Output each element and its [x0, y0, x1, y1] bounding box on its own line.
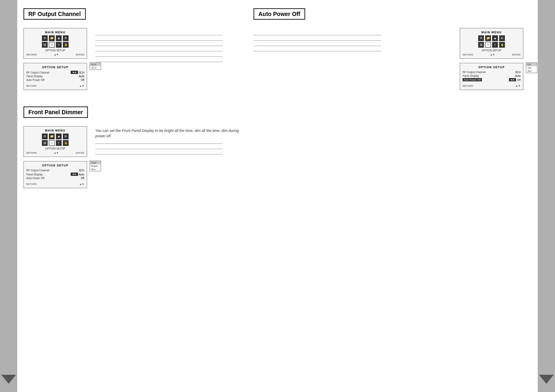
fp-os-row-panel: Panel Display ◄► Auto Auto Bright Dim	[26, 173, 84, 176]
nav-row: RETURN ▲▼ ENTER	[26, 53, 84, 56]
fp-icon8: 🔒	[63, 140, 69, 146]
fp-rf-val: 3CH	[79, 169, 84, 172]
fp-instruction: You can set the Front Panel Display to b…	[95, 128, 241, 138]
auto-power-label: Auto Power Off	[26, 78, 44, 81]
fp-bright: Bright	[90, 164, 101, 168]
divider6	[95, 62, 223, 62]
os-row-panel: Panel Display Auto	[26, 75, 84, 78]
nav-arrows: ▲▼	[54, 53, 59, 56]
ap-1hr: 1Hr	[526, 66, 537, 69]
ap-icon4: ⊞	[499, 35, 505, 41]
ap-dropdown: Off 1Hr 2Hr	[526, 62, 537, 73]
rf-option-setup-screen: OPTION SETUP RF Output Channel ◄► 3CH 3C…	[23, 63, 87, 90]
rf-4ch: 4CH	[90, 66, 101, 69]
fp-os-row-rf: RF Output Channel 3CH	[26, 169, 84, 172]
front-panel-content: MAIN MENU ⚙ 📁 ■ ⊞ ▤ ? T 🔒	[23, 126, 241, 192]
ap-os-row-panel: Panel Display Auto	[463, 74, 520, 77]
divider1	[95, 35, 223, 35]
rf-dividers	[95, 28, 241, 94]
r-divider4	[253, 51, 381, 51]
rf-3ch: 3CH	[90, 63, 101, 66]
right-section-content: MAIN MENU ⚙ 📁 ■ ⊞ ▤ ? T 🔒 OPTION SETUP	[253, 28, 532, 94]
os-row-auto: Auto Power Off Off	[26, 78, 84, 81]
fp-option-setup-screen: OPTION SETUP RF Output Channel 3CH Panel…	[23, 161, 87, 188]
fp-icon6: ?	[49, 140, 55, 146]
os-return: RETURN	[26, 85, 37, 87]
ap-2hr: 2Hr	[526, 69, 537, 73]
auto-power-screens: MAIN MENU ⚙ 📁 ■ ⊞ ▤ ? T 🔒 OPTION SETUP	[460, 28, 532, 94]
left-panel	[0, 0, 17, 392]
ap-os-nav: RETURN ▲▼	[463, 85, 520, 87]
panel-label: Panel Display	[26, 75, 43, 78]
fp-main-menu-screen: MAIN MENU ⚙ 📁 ■ ⊞ ▤ ? T 🔒	[23, 126, 87, 157]
rf-dropdown: 3CH 4CH	[90, 62, 101, 70]
divider4	[95, 51, 223, 51]
right-dividers	[253, 28, 451, 94]
icon2: 📁	[49, 35, 55, 41]
fp-auto-power-val: Off	[81, 177, 84, 180]
fp-arrow: ◄►	[71, 173, 78, 176]
ap-panel-label: Panel Display	[463, 74, 479, 77]
left-arrow-icon	[1, 375, 16, 384]
ap-icon-row-2: ▤ ? T 🔒	[463, 42, 520, 48]
icon-row-1: ⚙ 📁 ■ ⊞	[26, 35, 84, 41]
front-panel-section: Front Panel Dimmer MAIN MENU ⚙ 📁 ■ ⊞ ▤	[23, 106, 241, 192]
ap-icon2: 📁	[485, 35, 491, 41]
panel-val: Auto	[79, 75, 84, 78]
os-nav: RETURN ▲▼	[26, 85, 84, 87]
icon5: ▤	[42, 42, 48, 48]
ap-icon5: ▤	[478, 42, 484, 48]
fp-icon-row-2: ▤ ? T 🔒	[26, 140, 84, 146]
ap-os-row-auto: Auto Power Off ◄► Off Off 1Hr 2Hr	[463, 78, 520, 81]
ap-rf-label: RF Output Channel	[463, 71, 486, 74]
option-setup-label: OPTION SETUP	[26, 49, 84, 52]
auto-power-title: Auto Power Off	[253, 8, 305, 20]
rf-channel-value: ◄► 3CH 3CH 4CH	[71, 71, 84, 74]
ap-icon3: ■	[492, 35, 498, 41]
fp-right-col: You can set the Front Panel Display to b…	[95, 126, 241, 192]
icon8: 🔒	[63, 42, 69, 48]
left-half: RF Output Channel MAIN MENU ⚙ 📁 ■ ⊞ ▤	[17, 0, 247, 392]
rf-output-section: RF Output Channel MAIN MENU ⚙ 📁 ■ ⊞ ▤	[23, 8, 241, 94]
ap-arrow: ◄►	[509, 78, 516, 81]
ap-main-menu-screen: MAIN MENU ⚙ 📁 ■ ⊞ ▤ ? T 🔒 OPTION SETUP	[460, 28, 523, 59]
fp-os-row-auto: Auto Power Off Off	[26, 177, 84, 180]
right-panel	[538, 0, 555, 392]
ap-os-return: RETURN	[463, 85, 473, 87]
enter-label: ENTER	[76, 53, 84, 56]
rf-output-content: MAIN MENU ⚙ 📁 ■ ⊞ ▤ ? T 🔒	[23, 28, 241, 94]
fp-option-setup-label: OPTION SETUP	[26, 147, 84, 150]
fp-os-nav: RETURN ▲▼	[26, 183, 84, 185]
fp-panel-value: ◄► Auto Auto Bright Dim	[71, 173, 84, 176]
divider5	[95, 56, 223, 57]
fp-main-menu-label: MAIN MENU	[26, 129, 84, 132]
ap-enter-label: ENTER	[512, 53, 520, 56]
fp-icon2: 📁	[49, 134, 55, 139]
rf-output-title: RF Output Channel	[23, 8, 86, 20]
icon4: ⊞	[63, 35, 69, 41]
ap-option-setup-label: OPTION SETUP	[463, 49, 520, 52]
ap-icon8: 🔒	[499, 42, 505, 48]
divider2	[95, 40, 223, 41]
main-menu-label: MAIN MENU	[26, 31, 84, 34]
fp-nav-row: RETURN ▲▼ ENTER	[26, 152, 84, 154]
fp-return-label: RETURN	[26, 152, 37, 154]
fp-icon5: ▤	[42, 140, 48, 146]
icon6: ?	[49, 42, 55, 48]
rf-channel-label: RF Output Channel	[26, 71, 49, 74]
icon7: T	[56, 42, 62, 48]
fp-os-title: OPTION SETUP	[26, 164, 84, 167]
r-divider1	[253, 35, 381, 35]
rf-screens: MAIN MENU ⚙ 📁 ■ ⊞ ▤ ? T 🔒	[23, 28, 87, 94]
icon1: ⚙	[42, 35, 48, 41]
fp-icon7: T	[56, 140, 62, 146]
r-divider2	[253, 40, 381, 41]
ap-icon7: T	[492, 42, 498, 48]
fp-nav-arrows: ▲▼	[54, 152, 59, 154]
main-content: RF Output Channel MAIN MENU ⚙ 📁 ■ ⊞ ▤	[17, 0, 538, 392]
os-row-rf: RF Output Channel ◄► 3CH 3CH 4CH	[26, 71, 84, 74]
fp-icon3: ■	[56, 134, 62, 139]
rf-val: 3CH	[79, 71, 84, 74]
fp-icon-row-1: ⚙ 📁 ■ ⊞	[26, 134, 84, 139]
ap-icon1: ⚙	[478, 35, 484, 41]
